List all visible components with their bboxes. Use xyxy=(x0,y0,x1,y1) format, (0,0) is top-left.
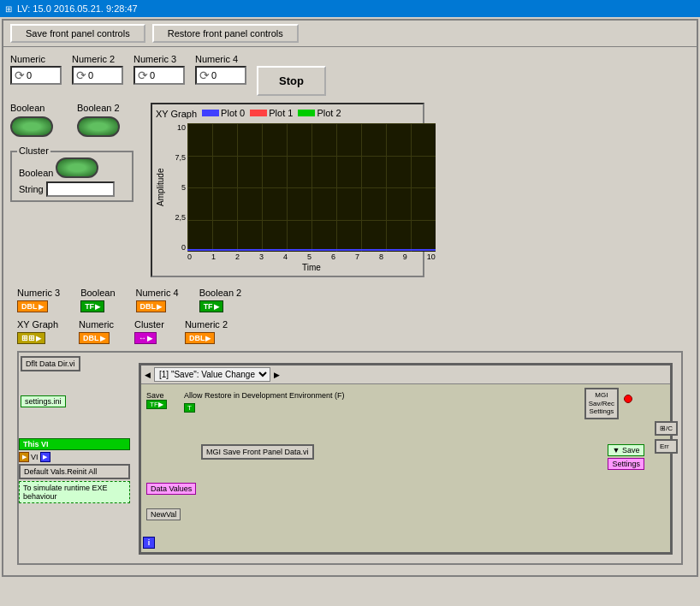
y-label-25: 2,5 xyxy=(167,213,186,222)
save-front-panel-button[interactable]: Save front panel controls xyxy=(10,24,145,43)
terminal-row-1: Numeric 3 DBL ▶ Boolean TF ▶ Numeric 4 D… xyxy=(10,284,690,316)
terminal-boolean-arrow: ▶ xyxy=(95,303,100,311)
save-dropdown-group: ▼ Save Settings xyxy=(608,444,644,470)
terminal-xygraph: XY Graph ⊞⊞ ▶ xyxy=(17,319,58,344)
boolean1-led[interactable] xyxy=(10,116,53,137)
terminal-boolean-label: Boolean xyxy=(80,288,115,298)
terminal-numeric4-label: Numeric 4 xyxy=(136,288,179,298)
legend-plot0-label: Plot 0 xyxy=(221,108,245,118)
x-label-5: 5 xyxy=(307,253,311,261)
cluster-boolean: Boolean xyxy=(19,156,125,178)
mgi-save-front-label[interactable]: MGI Save Front Panel Data.vi xyxy=(201,444,314,460)
terminal-xygraph-arrow: ▶ xyxy=(36,335,41,342)
terminal-numeric2-ind: Numeric 2 DBL ▶ xyxy=(185,319,228,344)
x-label-8: 8 xyxy=(379,253,383,261)
boolean1-label: Boolean xyxy=(10,103,44,113)
boolean1-control: Boolean xyxy=(10,103,53,137)
numeric1-label: Numeric xyxy=(10,54,45,64)
numeric3-input-wrap: ⟳ xyxy=(133,66,185,85)
x-label-7: 7 xyxy=(355,253,359,261)
save-dropdown-label[interactable]: ▼ Save xyxy=(608,444,644,456)
numeric3-knob-icon: ⟳ xyxy=(138,68,148,82)
stop-button[interactable]: Stop xyxy=(257,66,326,96)
numeric4-input[interactable] xyxy=(211,70,242,80)
frame-next-btn[interactable]: ▶ xyxy=(274,371,280,379)
terminal-numeric3-label: Numeric 3 xyxy=(17,288,60,298)
terminal-cluster-ind: Cluster ↔ ▶ xyxy=(134,319,164,344)
numeric3-label: Numeric 3 xyxy=(133,54,176,64)
lv-icon: ⊞ xyxy=(5,4,12,14)
numeric3-input[interactable] xyxy=(150,70,181,80)
xy-graph: XY Graph Plot 0 Plot 1 Plot 2 xyxy=(151,103,424,277)
numeric1-input[interactable] xyxy=(27,70,57,80)
y-label-10: 10 xyxy=(167,123,186,132)
mgi-savrec-label: MGISav/RecSettings xyxy=(584,388,619,419)
cluster-label: Cluster xyxy=(17,146,50,156)
x-label-10: 10 xyxy=(427,253,436,261)
simulate-label: To simulate runtime EXE behaviour xyxy=(19,481,130,503)
legend-color-2 xyxy=(298,110,315,116)
cluster-string-input[interactable] xyxy=(46,181,115,197)
newval-label: NewVal xyxy=(146,508,181,520)
y-axis-title: Amplitude xyxy=(156,123,165,252)
terminal-numeric4: Numeric 4 DBL ▶ xyxy=(136,288,179,312)
legend-plot1-label: Plot 1 xyxy=(269,108,293,118)
vi-arrow-icon: ▶ xyxy=(19,452,29,462)
terminal-xygraph-label: XY Graph xyxy=(17,319,58,330)
boolean2-led[interactable] xyxy=(77,116,120,137)
numeric2-input-wrap: ⟳ xyxy=(72,66,123,85)
terminal-numeric3-text: DBL xyxy=(21,302,38,311)
front-panel: Numeric ⟳ Numeric 2 ⟳ Numeric 3 ⟳ xyxy=(3,47,697,575)
terminal-numeric3: Numeric 3 DBL ▶ xyxy=(17,288,60,312)
numeric4-label: Numeric 4 xyxy=(195,54,238,64)
cluster-boolean-label: Boolean xyxy=(19,168,53,178)
red-dot xyxy=(624,395,632,403)
dflt-data-dir-vi[interactable]: Dflt Data Dir.vi xyxy=(21,356,80,371)
cluster-string: String xyxy=(19,181,125,197)
t-terminal: T xyxy=(184,403,195,413)
cluster-boolean-led[interactable] xyxy=(56,157,98,178)
x-label-6: 6 xyxy=(331,253,335,261)
terminal-cluster-text: ↔ xyxy=(139,334,146,342)
x-label-4: 4 xyxy=(283,253,288,261)
cluster-control: Cluster Boolean String xyxy=(10,151,133,202)
this-vi-badge: This VI xyxy=(19,438,130,450)
numeric2-input[interactable] xyxy=(88,70,119,80)
save-terminal-label: Save xyxy=(146,391,167,400)
x-axis-labels: 0 1 2 3 4 5 6 7 8 9 10 xyxy=(187,253,436,261)
terminal-boolean-text: TF xyxy=(85,302,94,311)
legend-color-1 xyxy=(250,110,267,116)
vi-label: VI xyxy=(31,453,39,461)
y-axis-labels: 10 7,5 5 2,5 0 xyxy=(167,123,187,252)
terminal-numeric2-arrow: ▶ xyxy=(205,335,211,342)
terminal-boolean-ind: Boolean TF ▶ xyxy=(80,288,115,312)
settings-node: Settings xyxy=(608,458,644,470)
graph-area xyxy=(187,123,436,252)
data-values-label: Data Values xyxy=(146,483,196,495)
error-node-2: Err xyxy=(655,439,678,454)
x-label-2: 2 xyxy=(235,253,240,261)
toolbar: Save front panel controls Restore front … xyxy=(3,21,697,47)
terminal-numeric4-arrow: ▶ xyxy=(157,303,162,311)
legend-plot2: Plot 2 xyxy=(298,108,341,118)
this-vi-section: This VI ▶ VI ▶ Default Vals.Reinit All T… xyxy=(19,438,130,503)
terminal-numeric-badge: DBL ▶ xyxy=(79,332,110,344)
right-side-nodes: ⊞/C Err xyxy=(655,421,678,454)
frame-prev-btn[interactable]: ◀ xyxy=(145,371,151,379)
restore-front-panel-button[interactable]: Restore front panel controls xyxy=(152,24,299,43)
terminal-boolean2-ind: Boolean 2 TF ▶ xyxy=(199,288,242,312)
terminal-row-2: XY Graph ⊞⊞ ▶ Numeric DBL ▶ Cluster ↔ ▶ xyxy=(10,316,690,348)
frame-selector[interactable]: [1] "Save": Value Change xyxy=(154,367,270,382)
terminal-numeric3-badge: DBL ▶ xyxy=(17,300,48,312)
numeric2-knob-icon: ⟳ xyxy=(76,68,86,82)
terminal-boolean-badge: TF ▶ xyxy=(80,300,104,312)
x-label-3: 3 xyxy=(259,253,264,261)
inner-frame: ◀ [1] "Save": Value Change ▶ Save TF▶ Al… xyxy=(139,363,673,555)
default-vals-node[interactable]: Default Vals.Reinit All xyxy=(19,464,130,479)
terminal-numeric-text: DBL xyxy=(83,334,99,342)
terminal-xygraph-badge: ⊞⊞ ▶ xyxy=(17,332,45,344)
terminal-cluster-arrow: ▶ xyxy=(147,335,152,342)
settings-ini-node: settings.ini xyxy=(21,395,66,407)
vi-arrow2-icon: ▶ xyxy=(40,452,50,462)
terminal-numeric4-badge: DBL ▶ xyxy=(136,300,167,312)
